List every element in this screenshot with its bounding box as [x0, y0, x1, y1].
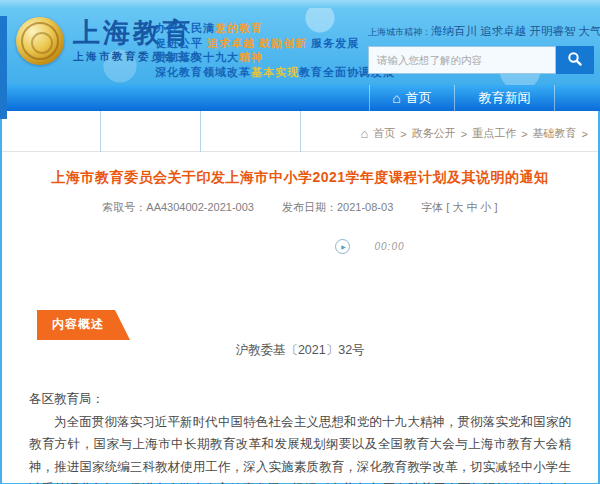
main-nav: ⌂ 首页 教育新闻 [0, 85, 600, 111]
salutation: 各区教育局： [29, 388, 571, 411]
header-right: 上海城市精神：海纳百川 追求卓越 开明睿智 大气谦和 [368, 21, 594, 74]
font-size-control[interactable]: 字体 [ 大 中 小 ] [421, 200, 497, 215]
slogan-text: 办好人民满 [155, 22, 215, 34]
home-icon: ⌂ [392, 91, 400, 105]
article-body: 各区教育局： 为全面贯彻落实习近平新时代中国特色社会主义思想和党的十九大精神，贯… [29, 388, 571, 484]
search-icon [567, 51, 583, 70]
article-title: 上海市教育委员会关于印发上海市中小学2021学年度课程计划及其说明的通知 [29, 152, 571, 187]
breadcrumb-item-basic-education[interactable]: 基础教育 [533, 126, 577, 141]
article: 上海市教育委员会关于印发上海市中小学2021学年度课程计划及其说明的通知 索取号… [2, 152, 598, 483]
slogan-text: 追求卓越 鼓励创新 [207, 37, 307, 49]
slogan-text: 基本实现 [251, 66, 299, 78]
publish-date-value: 2021-08-03 [337, 201, 393, 213]
breadcrumb-home-icon: ⌂ [360, 127, 368, 140]
city-spirit-text: 海纳百川 追求卓越 开明睿智 大气谦和 [431, 25, 600, 37]
slogan-text: 精神 [239, 51, 263, 63]
breadcrumb-separator: > [521, 128, 527, 140]
menu-cell-divider [200, 111, 201, 152]
breadcrumb-separator: > [582, 128, 588, 140]
submenu-row: ⌂ 首页 > 政务公开 > 重点工作 > 基础教育 > [2, 111, 598, 152]
doc-number: 索取号：AA4304002-2021-003 [102, 200, 254, 215]
nav-item-education-news[interactable]: 教育新闻 [455, 85, 555, 111]
search-input[interactable] [368, 46, 556, 74]
audio-player: ▶ 00:00 [99, 239, 600, 254]
nav-spacer [0, 85, 370, 111]
slogan-text: 服务发展 [307, 37, 359, 49]
section-tag-content-summary: 内容概述 [37, 310, 130, 340]
search-button[interactable] [556, 46, 594, 74]
menu-cell-divider [300, 111, 301, 152]
slogan-text: 深化教育领域改革 [155, 66, 251, 78]
breadcrumb: ⌂ 首页 > 政务公开 > 重点工作 > 基础教育 > [360, 126, 588, 141]
slogan-text: 贯彻落实十九大 [155, 51, 239, 63]
play-icon: ▶ [341, 244, 346, 250]
breadcrumb-item-open-gov[interactable]: 政务公开 [412, 126, 456, 141]
page: 上海教育 上海市教育委员会主办 办好人民满意的教育 促进公平 追求卓越 鼓励创新… [0, 0, 600, 484]
left-edge-decoration [0, 16, 7, 119]
slogan-text: 意的教育 [215, 22, 263, 34]
doc-number-value: AA4304002-2021-003 [146, 201, 254, 213]
top-strip [0, 0, 600, 8]
breadcrumb-separator: > [400, 128, 406, 140]
city-spirit-motto: 上海城市精神：海纳百川 追求卓越 开明睿智 大气谦和 [368, 21, 594, 39]
emblem-icon [16, 17, 64, 65]
search-bar [368, 46, 594, 74]
breadcrumb-separator: > [461, 128, 467, 140]
audio-time: 00:00 [374, 241, 404, 252]
slogan-text: 促进公平 [155, 37, 207, 49]
publish-date-label: 发布日期： [282, 201, 337, 213]
menu-cell-divider [100, 111, 101, 152]
city-spirit-label: 上海城市精神： [368, 27, 431, 37]
document-reference-number: 沪教委基〔2021〕32号 [29, 342, 571, 359]
breadcrumb-item-key-work[interactable]: 重点工作 [472, 126, 516, 141]
publish-date: 发布日期：2021-08-03 [282, 200, 393, 215]
doc-number-label: 索取号： [102, 201, 146, 213]
play-button[interactable]: ▶ [335, 239, 350, 254]
nav-item-home[interactable]: ⌂ 首页 [370, 85, 455, 111]
nav-home-label: 首页 [406, 89, 432, 107]
breadcrumb-home[interactable]: 首页 [373, 126, 395, 141]
body-paragraph: 为全面贯彻落实习近平新时代中国特色社会主义思想和党的十九大精神，贯彻落实党和国家… [29, 411, 571, 484]
nav-news-label: 教育新闻 [479, 89, 531, 107]
article-meta: 索取号：AA4304002-2021-003 发布日期：2021-08-03 字… [29, 200, 571, 215]
site-header: 上海教育 上海市教育委员会主办 办好人民满意的教育 促进公平 追求卓越 鼓励创新… [0, 8, 600, 85]
